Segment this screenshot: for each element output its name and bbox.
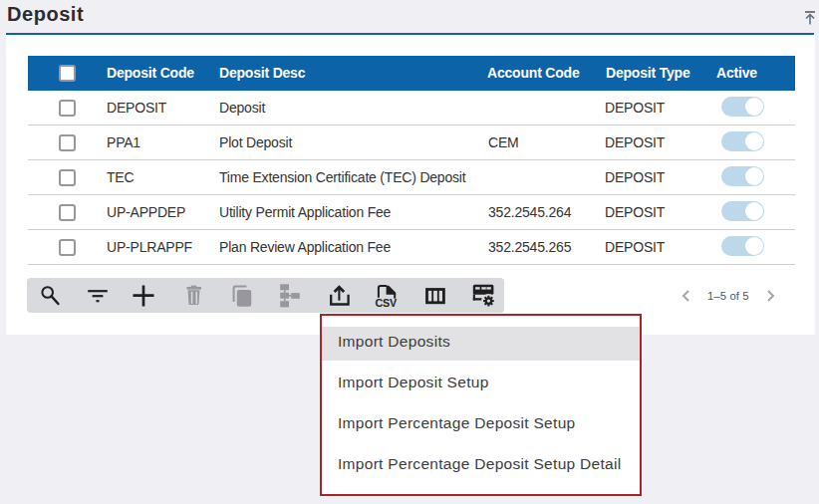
svg-text:CSV: CSV — [376, 297, 398, 308]
